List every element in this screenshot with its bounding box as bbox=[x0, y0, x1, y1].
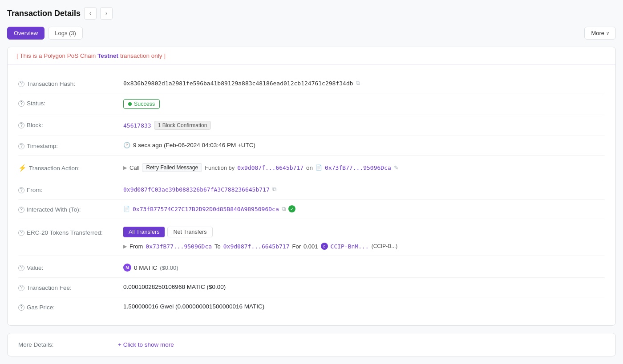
erc20-label: ? ERC-20 Tokens Transferred: bbox=[18, 227, 116, 236]
token-name-link[interactable]: CCIP-BnM... bbox=[331, 243, 369, 250]
tabs-row: Overview Logs (3) More ∨ bbox=[7, 27, 616, 40]
block-confirmation: 45617833 1 Block Confirmation bbox=[123, 121, 211, 130]
help-icon[interactable]: ? bbox=[18, 304, 24, 311]
status-label: ? Status: bbox=[18, 99, 116, 107]
erc20-row: ? ERC-20 Tokens Transferred: All Transfe… bbox=[18, 221, 605, 256]
net-transfers-button[interactable]: Net Transfers bbox=[167, 227, 212, 237]
more-details-card: More Details: + Click to show more bbox=[7, 333, 616, 356]
status-value: Success bbox=[123, 99, 605, 109]
token-parens: (CCIP-B...) bbox=[372, 243, 398, 249]
testnet-banner: [ This is a Polygon PoS Chain Testnet tr… bbox=[8, 47, 615, 65]
transaction-hash-value: 0x836b29802d1a2981fe596ba41b89129a883c48… bbox=[123, 80, 605, 87]
interacted-value: 📄 0x73fB77574C27C17B2D92D0d85B840A989509… bbox=[123, 205, 605, 212]
nav-next-button[interactable]: › bbox=[100, 7, 113, 20]
clock-icon: 🕐 bbox=[123, 142, 130, 148]
erc20-value: All Transfers Net Transfers ▶ From 0x73f… bbox=[123, 227, 605, 250]
card-content: ? Transaction Hash: 0x836b29802d1a2981fe… bbox=[8, 65, 615, 325]
block-number-link[interactable]: 45617833 bbox=[123, 122, 151, 129]
for-label: For bbox=[292, 243, 301, 250]
gas-row: ? Gas Price: 1.500000016 Gwei (0.0000000… bbox=[18, 297, 605, 316]
interacted-label: ? Interacted With (To): bbox=[18, 205, 116, 213]
help-icon[interactable]: ? bbox=[18, 285, 24, 291]
timestamp-row: ? Timestamp: 🕐 9 secs ago (Feb-06-2024 0… bbox=[18, 136, 605, 156]
nav-prev-button[interactable]: ‹ bbox=[84, 7, 97, 20]
gas-value: 1.500000016 Gwei (0.000000001500000016 M… bbox=[123, 303, 605, 310]
help-icon[interactable]: ? bbox=[18, 122, 24, 128]
verified-icon: ✓ bbox=[288, 205, 295, 212]
transfer-amount: 0.001 bbox=[303, 243, 318, 250]
help-icon[interactable]: ? bbox=[18, 100, 24, 107]
transfer-toggle: All Transfers Net Transfers bbox=[123, 227, 213, 237]
value-usd: ($0.00) bbox=[160, 264, 178, 271]
contract-doc-icon2: 📄 bbox=[123, 206, 130, 212]
testnet-highlight: Testnet bbox=[97, 52, 118, 59]
block-label: ? Block: bbox=[18, 121, 116, 128]
fee-label: ? Transaction Fee: bbox=[18, 284, 116, 291]
transfer-from-address[interactable]: 0x73fB77...95096Dca bbox=[146, 243, 212, 250]
help-icon[interactable]: ? bbox=[18, 265, 24, 271]
from-row: ? From: 0x9d087fC03ae39b088326b67fA3C788… bbox=[18, 180, 605, 200]
copy-from-icon[interactable]: ⧉ bbox=[272, 186, 276, 193]
from-label-transfer: From bbox=[129, 243, 143, 250]
arrow-right-icon: ▶ bbox=[123, 165, 127, 171]
confirmation-badge: 1 Block Confirmation bbox=[154, 121, 211, 130]
transaction-action-label: ⚡ Transaction Action: bbox=[18, 163, 116, 172]
help-icon[interactable]: ? bbox=[18, 81, 24, 87]
from-address-link[interactable]: 0x9d087fC03ae39b088326b67fA3C788236645b7… bbox=[123, 186, 270, 193]
help-icon[interactable]: ? bbox=[18, 187, 24, 193]
help-icon[interactable]: ? bbox=[18, 207, 24, 213]
page-header: Transaction Details ‹ › bbox=[7, 7, 616, 20]
tabs-left: Overview Logs (3) bbox=[7, 27, 83, 40]
lightning-icon: ⚡ bbox=[18, 164, 27, 172]
status-row: ? Status: Success bbox=[18, 93, 605, 115]
timestamp-value: 🕐 9 secs ago (Feb-06-2024 04:03:46 PM +U… bbox=[123, 142, 605, 148]
page-title: Transaction Details bbox=[7, 9, 81, 18]
timestamp-display: 🕐 9 secs ago (Feb-06-2024 04:03:46 PM +U… bbox=[123, 142, 255, 148]
more-details-label: More Details: bbox=[18, 341, 107, 348]
transfer-arrow-icon: ▶ bbox=[123, 244, 127, 249]
status-badge: Success bbox=[123, 99, 160, 109]
function-text: Function by bbox=[205, 164, 235, 171]
copy-hash-icon[interactable]: ⧉ bbox=[356, 80, 360, 87]
help-icon[interactable]: ? bbox=[18, 230, 24, 236]
timestamp-label: ? Timestamp: bbox=[18, 142, 116, 149]
action-from-address[interactable]: 0x9d087f...6645b717 bbox=[237, 164, 303, 171]
value-display: M 0 MATIC ($0.00) bbox=[123, 264, 605, 272]
more-button[interactable]: More ∨ bbox=[584, 27, 616, 40]
token-icon: C bbox=[321, 243, 328, 250]
contract-doc-icon: 📄 bbox=[316, 164, 322, 171]
show-more-link[interactable]: + Click to show more bbox=[118, 341, 174, 348]
all-transfers-button[interactable]: All Transfers bbox=[123, 227, 165, 237]
interacted-row: ? Interacted With (To): 📄 0x73fB77574C27… bbox=[18, 200, 605, 219]
call-label: Call bbox=[129, 164, 139, 171]
chevron-down-icon: ∨ bbox=[606, 31, 609, 36]
transaction-hash-row: ? Transaction Hash: 0x836b29802d1a2981fe… bbox=[18, 74, 605, 93]
gas-label: ? Gas Price: bbox=[18, 303, 116, 311]
block-value: 45617833 1 Block Confirmation bbox=[123, 121, 605, 130]
edit-icon[interactable]: ✎ bbox=[394, 164, 399, 171]
help-icon[interactable]: ? bbox=[18, 143, 24, 149]
transaction-action-row: ⚡ Transaction Action: ▶ Call Retry Faile… bbox=[18, 157, 605, 178]
retry-failed-badge: Retry Failed Message bbox=[142, 163, 202, 172]
transaction-hash-label: ? Transaction Hash: bbox=[18, 80, 116, 87]
to-label-transfer: To bbox=[214, 243, 221, 250]
action-row: ▶ Call Retry Failed Message Function by … bbox=[123, 163, 399, 172]
tab-overview[interactable]: Overview bbox=[7, 27, 44, 40]
value-matic: 0 MATIC bbox=[134, 264, 157, 271]
fee-row: ? Transaction Fee: 0.00010028250106968 M… bbox=[18, 278, 605, 297]
from-label: ? From: bbox=[18, 186, 116, 193]
transfer-detail-row: ▶ From 0x73fB77...95096Dca To 0x9d087f..… bbox=[123, 243, 397, 250]
transfer-to-address[interactable]: 0x9d087f...6645b717 bbox=[223, 243, 290, 250]
from-value: 0x9d087fC03ae39b088326b67fA3C788236645b7… bbox=[123, 186, 605, 193]
action-contract-address[interactable]: 0x73fB77...95096Dca bbox=[325, 164, 391, 171]
transaction-card: [ This is a Polygon PoS Chain Testnet tr… bbox=[7, 47, 616, 326]
block-row: ? Block: 45617833 1 Block Confirmation bbox=[18, 115, 605, 136]
interacted-address-link[interactable]: 0x73fB77574C27C17B2D92D0d85B840A9895096D… bbox=[133, 206, 279, 212]
tab-logs[interactable]: Logs (3) bbox=[48, 27, 83, 40]
on-text: on bbox=[306, 164, 313, 171]
value-label: ? Value: bbox=[18, 264, 116, 271]
value-row: ? Value: M 0 MATIC ($0.00) bbox=[18, 258, 605, 278]
matic-icon: M bbox=[123, 264, 131, 272]
copy-interacted-icon[interactable]: ⧉ bbox=[282, 205, 286, 212]
status-dot bbox=[128, 102, 132, 106]
